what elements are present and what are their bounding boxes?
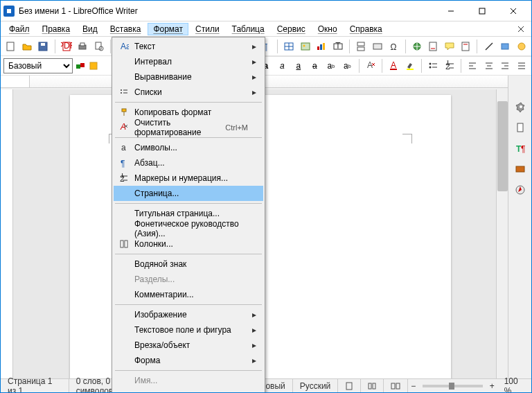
format-menu-item-10[interactable]: 12Маркеры и нумерация... [114, 171, 263, 186]
basic-shapes-button[interactable] [498, 39, 513, 54]
menu-help[interactable]: Справка [344, 23, 388, 35]
svg-text:A: A [391, 60, 396, 70]
zoom-in-button[interactable]: + [487, 379, 497, 392]
insert-field-button[interactable] [371, 39, 385, 54]
sidebar-navigator-button[interactable] [511, 181, 529, 199]
format-menu-item-1[interactable]: Интервал▸ [114, 54, 263, 69]
menu-edit[interactable]: Правка [37, 23, 76, 35]
sidebar-gallery-button[interactable] [511, 160, 529, 178]
italic-button[interactable]: a [275, 58, 290, 73]
align-right-button[interactable] [498, 58, 513, 73]
blank-icon [116, 355, 132, 366]
sidebar-page-button[interactable] [511, 119, 529, 137]
menu-file[interactable]: Файл [3, 23, 35, 35]
status-page-info[interactable]: Страница 1 из 1 [1, 379, 69, 392]
open-button[interactable] [20, 39, 35, 54]
superscript-button[interactable]: ab [324, 58, 339, 73]
align-center-button[interactable] [481, 58, 496, 73]
clear-format-button[interactable]: A [364, 58, 378, 73]
insert-pagebreak-button[interactable] [354, 39, 369, 54]
submenu-arrow-icon: ▸ [252, 340, 260, 350]
underline-button[interactable]: a [292, 58, 306, 73]
track-changes-button[interactable] [459, 39, 473, 54]
menu-window[interactable]: Окно [312, 23, 343, 35]
maximize-button[interactable] [466, 1, 497, 21]
menu-view[interactable]: Вид [77, 23, 103, 35]
format-menu-item-9[interactable]: ¶Абзац... [114, 155, 263, 171]
close-button[interactable] [497, 1, 529, 21]
svg-rect-39 [357, 42, 364, 46]
submenu-arrow-icon: ▸ [252, 42, 260, 51]
subscript-button[interactable]: ab [340, 58, 355, 73]
horizontal-ruler[interactable] [1, 76, 531, 88]
update-style-button[interactable] [75, 60, 86, 71]
export-pdf-button[interactable]: PDF [59, 39, 73, 54]
format-menu-item-2[interactable]: Выравнивание▸ [114, 69, 263, 85]
format-menu-item-0[interactable]: AaТекст▸ [114, 39, 263, 54]
format-menu-item-22[interactable]: Текстовое поле и фигура▸ [114, 322, 263, 338]
insert-comment-button[interactable] [442, 39, 456, 54]
menu-styles[interactable]: Стили [190, 23, 225, 35]
status-view-multi[interactable] [361, 379, 384, 392]
new-style-button[interactable] [88, 60, 99, 71]
format-menu-item-3[interactable]: Списки▸ [114, 85, 263, 100]
format-menu-item-21[interactable]: Изображение▸ [114, 307, 263, 322]
line-button[interactable] [481, 39, 496, 54]
strike-button[interactable]: a [308, 58, 322, 73]
highlight-button[interactable] [403, 58, 418, 73]
format-menu-item-15[interactable]: Колонки... [114, 236, 263, 252]
format-menu-item-11[interactable]: Страница... [114, 186, 263, 201]
number-list-button[interactable]: 12 [442, 58, 456, 73]
align-left-button[interactable] [466, 58, 480, 73]
minimize-button[interactable] [435, 1, 466, 21]
font-color-button[interactable]: A [387, 58, 401, 73]
blank-icon [116, 340, 132, 351]
format-menu-item-19[interactable]: Комментарии... [114, 287, 263, 302]
vertical-ruler[interactable] [1, 89, 13, 378]
new-button[interactable] [3, 39, 18, 54]
svg-rect-102 [121, 241, 123, 247]
status-view-book[interactable] [384, 379, 408, 392]
insert-textbox-button[interactable]: T [331, 39, 346, 54]
format-menu-item-23[interactable]: Врезка/объект▸ [114, 338, 263, 353]
zoom-slider[interactable] [423, 385, 482, 387]
sidebar-styles-button[interactable]: T¶ [511, 139, 529, 157]
zoom-out-button[interactable]: − [408, 379, 418, 392]
menu-format[interactable]: Формат [148, 23, 188, 35]
menu-item-label: Имя... [132, 376, 252, 385]
align-justify-button[interactable] [514, 58, 529, 73]
status-language[interactable]: Русский [293, 379, 339, 392]
insert-table-button[interactable] [282, 39, 296, 54]
status-view-single[interactable] [338, 379, 361, 392]
insert-hyperlink-button[interactable] [409, 39, 424, 54]
bullet-list-button[interactable] [426, 58, 441, 73]
print-preview-button[interactable] [91, 39, 106, 54]
svg-text:¶: ¶ [521, 144, 525, 154]
menu-item-label: Списки [132, 87, 252, 97]
menu-insert[interactable]: Вставка [105, 23, 147, 35]
document-close-button[interactable] [513, 24, 529, 34]
save-button[interactable] [36, 39, 51, 54]
menu-item-label: Водяной знак [132, 259, 252, 269]
sidebar-properties-button[interactable] [511, 98, 529, 116]
format-menu-item-24[interactable]: Форма▸ [114, 353, 263, 368]
insert-special-button[interactable]: Ω [387, 39, 401, 54]
svg-text:T: T [335, 41, 341, 51]
menu-item-label: Текстовое поле и фигура [132, 325, 252, 335]
format-menu-item-6[interactable]: AОчистить форматированиеCtrl+M [114, 120, 263, 135]
print-button[interactable] [76, 39, 90, 54]
svg-text:2: 2 [120, 174, 125, 183]
insert-footnote-button[interactable] [426, 39, 441, 54]
draw-functions-button[interactable] [514, 39, 529, 54]
text-icon: Aa [116, 41, 132, 52]
insert-image-button[interactable] [299, 39, 313, 54]
paragraph-style-select[interactable]: Базовый [3, 58, 73, 73]
format-menu-item-8[interactable]: aСимволы... [114, 140, 263, 155]
menu-tools[interactable]: Сервис [272, 23, 311, 35]
format-menu-item-17[interactable]: Водяной знак [114, 256, 263, 272]
insert-chart-button[interactable] [314, 39, 329, 54]
format-menu-item-14[interactable]: Фонетическое руководство (Азия)... [114, 221, 263, 236]
vertical-scrollbar[interactable] [496, 89, 508, 378]
menu-table[interactable]: Таблица [227, 23, 270, 35]
zoom-level[interactable]: 100 % [497, 379, 531, 392]
